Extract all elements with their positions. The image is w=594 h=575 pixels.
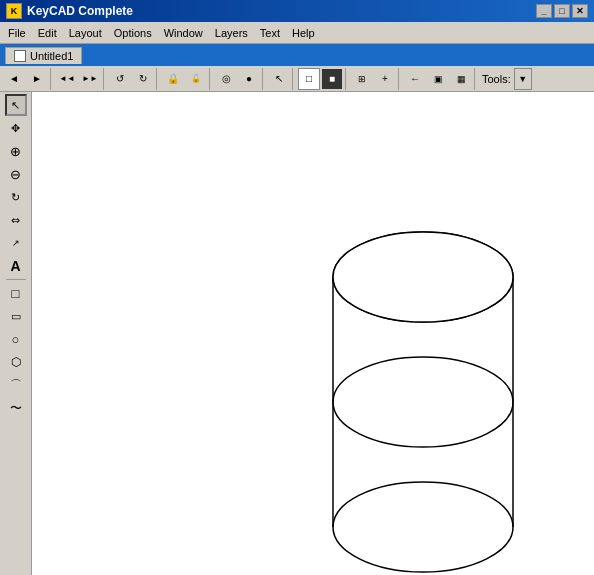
zoom-in-button[interactable]: ⊕ bbox=[5, 140, 27, 162]
close-button[interactable]: ✕ bbox=[572, 4, 588, 18]
left-toolbar: ↖ ✥ ⊕ ⊖ ↻ ⇔ ↗ A □ ▭ ○ ⬡ ⌒ 〜 bbox=[0, 92, 32, 575]
minimize-button[interactable]: _ bbox=[536, 4, 552, 18]
pan-tool-button[interactable]: ✥ bbox=[5, 117, 27, 139]
canvas-area[interactable] bbox=[32, 92, 594, 575]
toolbar-separator-6 bbox=[292, 68, 296, 90]
menu-edit[interactable]: Edit bbox=[32, 25, 63, 41]
maximize-button[interactable]: □ bbox=[554, 4, 570, 18]
toolbar-separator-5 bbox=[262, 68, 266, 90]
menu-layout[interactable]: Layout bbox=[63, 25, 108, 41]
circle1-button[interactable]: ◎ bbox=[215, 68, 237, 90]
menu-layers[interactable]: Layers bbox=[209, 25, 254, 41]
rotate-cw-button[interactable]: ↻ bbox=[132, 68, 154, 90]
arrow-left-button[interactable]: ← bbox=[404, 68, 426, 90]
toolbar-separator-4 bbox=[209, 68, 213, 90]
image2-button[interactable]: ▦ bbox=[450, 68, 472, 90]
tools-label: Tools: bbox=[480, 73, 513, 85]
tools-dropdown[interactable]: ▼ bbox=[514, 68, 532, 90]
color-white-button[interactable]: □ bbox=[298, 68, 320, 90]
color-black-button[interactable]: ■ bbox=[321, 68, 343, 90]
menu-help[interactable]: Help bbox=[286, 25, 321, 41]
drawing-canvas bbox=[32, 92, 594, 575]
menu-bar: File Edit Layout Options Window Layers T… bbox=[0, 22, 594, 44]
svg-point-1 bbox=[333, 357, 513, 447]
document-title: Untitled1 bbox=[30, 50, 73, 62]
menu-window[interactable]: Window bbox=[158, 25, 209, 41]
svg-point-2 bbox=[333, 482, 513, 572]
lock-button[interactable]: 🔒 bbox=[162, 68, 184, 90]
scroll-right-button[interactable]: ► bbox=[26, 68, 48, 90]
toolbar-separator-2 bbox=[103, 68, 107, 90]
rect-tool-button[interactable]: □ bbox=[5, 282, 27, 304]
rounded-rect-tool-button[interactable]: ▭ bbox=[5, 305, 27, 327]
toolbar-separator-9 bbox=[474, 68, 478, 90]
toolbar-separator-7 bbox=[345, 68, 349, 90]
pointer-button[interactable]: ↖ bbox=[268, 68, 290, 90]
arc-tool-button[interactable]: ⌒ bbox=[5, 374, 27, 396]
zoom-out-button[interactable]: ⊖ bbox=[5, 163, 27, 185]
wave-tool-button[interactable]: 〜 bbox=[5, 397, 27, 419]
toolbar: ◄ ► ◄◄ ►► ↺ ↻ 🔒 🔓 ◎ ● ↖ □ ■ ⊞ + ← ▣ ▦ To… bbox=[0, 66, 594, 92]
menu-text[interactable]: Text bbox=[254, 25, 286, 41]
scale-tool-button[interactable]: ↗ bbox=[5, 232, 27, 254]
plus-button[interactable]: + bbox=[374, 68, 396, 90]
image1-button[interactable]: ▣ bbox=[427, 68, 449, 90]
main-area: ↖ ✥ ⊕ ⊖ ↻ ⇔ ↗ A □ ▭ ○ ⬡ ⌒ 〜 bbox=[0, 92, 594, 575]
title-buttons: _ □ ✕ bbox=[536, 4, 588, 18]
document-tab[interactable]: Untitled1 bbox=[5, 47, 82, 64]
toolbar-separator-1 bbox=[50, 68, 54, 90]
pan-right-button[interactable]: ►► bbox=[79, 68, 101, 90]
menu-file[interactable]: File bbox=[2, 25, 32, 41]
app-title: KeyCAD Complete bbox=[27, 4, 133, 18]
circle-tool-button[interactable]: ○ bbox=[5, 328, 27, 350]
document-icon bbox=[14, 50, 26, 62]
select-tool-button[interactable]: ↖ bbox=[5, 94, 27, 116]
document-tab-bar: Untitled1 bbox=[0, 44, 594, 66]
grid-button[interactable]: ⊞ bbox=[351, 68, 373, 90]
left-toolbar-separator-1 bbox=[6, 279, 26, 280]
text-tool-button[interactable]: A bbox=[5, 255, 27, 277]
pan-left-button[interactable]: ◄◄ bbox=[56, 68, 78, 90]
title-bar: K KeyCAD Complete _ □ ✕ bbox=[0, 0, 594, 22]
toolbar-separator-8 bbox=[398, 68, 402, 90]
menu-options[interactable]: Options bbox=[108, 25, 158, 41]
toolbar-separator-3 bbox=[156, 68, 160, 90]
rotate-ccw-button[interactable]: ↺ bbox=[109, 68, 131, 90]
scroll-left-button[interactable]: ◄ bbox=[3, 68, 25, 90]
unlock-button[interactable]: 🔓 bbox=[185, 68, 207, 90]
polygon-tool-button[interactable]: ⬡ bbox=[5, 351, 27, 373]
app-icon: K bbox=[6, 3, 22, 19]
mirror-tool-button[interactable]: ⇔ bbox=[5, 209, 27, 231]
circle2-button[interactable]: ● bbox=[238, 68, 260, 90]
rotate-tool-button[interactable]: ↻ bbox=[5, 186, 27, 208]
